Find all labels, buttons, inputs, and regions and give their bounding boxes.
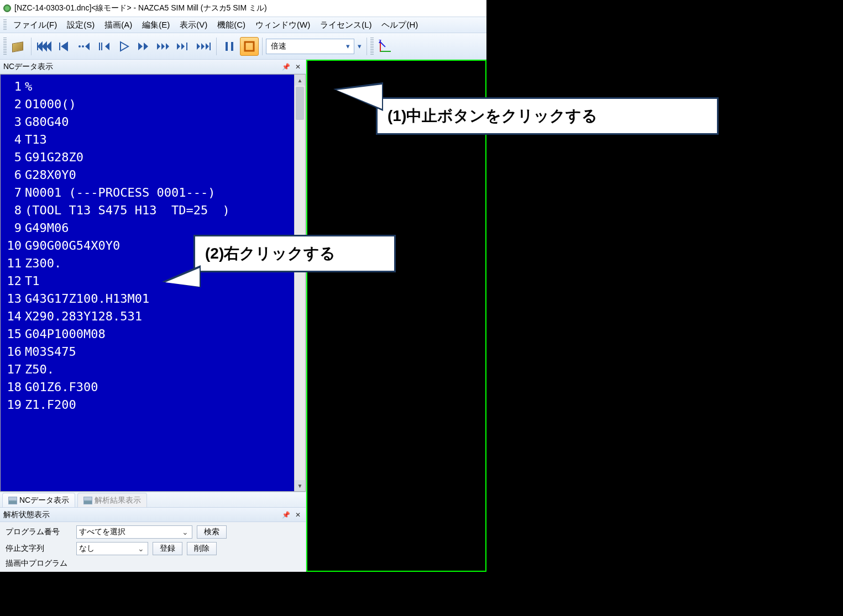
register-button[interactable]: 登録 xyxy=(153,542,182,555)
menubar: ファイル(F) 設定(S) 描画(A) 編集(E) 表示(V) 機能(C) ウィ… xyxy=(0,17,486,33)
line-number: 19 xyxy=(3,396,22,414)
menu-edit[interactable]: 編集(E) xyxy=(138,18,174,33)
pin-icon[interactable]: 📌 xyxy=(281,510,290,519)
delete-button[interactable]: 削除 xyxy=(187,542,217,555)
nc-code-line[interactable]: 4T13 xyxy=(25,131,302,149)
row-drawing-program: 描画中プログラム xyxy=(6,559,300,568)
rewind-all-button[interactable] xyxy=(35,37,54,56)
tab-ncview[interactable]: NCデータ表示 xyxy=(2,493,75,507)
separator xyxy=(216,38,217,55)
close-icon[interactable]: ✕ xyxy=(294,62,302,71)
program-number-select[interactable]: すべてを選択 ⌄ xyxy=(76,525,192,539)
menu-license[interactable]: ライセンス(L) xyxy=(316,18,376,33)
nc-code-line[interactable]: 18G01Z6.F300 xyxy=(25,378,302,396)
menu-help[interactable]: ヘルプ(H) xyxy=(377,18,422,33)
separator xyxy=(262,38,263,55)
menu-draw[interactable]: 描画(A) xyxy=(100,18,137,33)
line-text: Z1.F200 xyxy=(25,398,76,412)
stop-button[interactable] xyxy=(240,37,259,56)
axis-view-button[interactable]: z xyxy=(376,37,395,56)
scroll-down-button[interactable]: ▼ xyxy=(295,480,305,491)
line-number: 10 xyxy=(3,237,22,255)
fast-forward-button[interactable] xyxy=(134,37,153,56)
ff-bar-button[interactable] xyxy=(174,37,193,56)
nc-code-line[interactable]: 5G91G28Z0 xyxy=(25,149,302,166)
line-number: 15 xyxy=(3,325,22,343)
step-back-button[interactable] xyxy=(55,37,74,56)
line-number: 1 xyxy=(3,78,22,96)
svg-rect-2 xyxy=(245,42,254,51)
line-text: T1 xyxy=(25,274,40,288)
tab-analysisview[interactable]: 解析結果表示 xyxy=(77,493,147,507)
line-text: G90G00G54X0Y0 xyxy=(25,239,120,252)
toolbar-overflow-icon[interactable]: ▾ xyxy=(355,42,363,50)
row-program-number: プログラム番号 すべてを選択 ⌄ 検索 xyxy=(6,525,300,539)
line-number: 13 xyxy=(3,290,22,308)
line-number: 9 xyxy=(3,219,22,237)
line-number: 12 xyxy=(3,272,22,290)
dots-back-button[interactable] xyxy=(75,37,93,56)
program-number-value: すべてを選択 xyxy=(79,527,181,537)
chevron-down-icon: ▾ xyxy=(344,42,352,50)
nc-code-line[interactable]: 2O1000() xyxy=(25,96,302,113)
nc-code-line[interactable]: 6G28X0Y0 xyxy=(25,166,302,184)
fast-forward-3-button[interactable] xyxy=(154,37,173,56)
separator xyxy=(366,38,367,55)
toolbar-grip-icon[interactable] xyxy=(3,38,7,55)
toolbar-grip2-icon[interactable] xyxy=(370,38,374,55)
separator xyxy=(31,38,32,55)
nc-code-line[interactable]: 7N0001 (---PROCESS 0001---) xyxy=(25,184,302,202)
stop-string-label: 停止文字列 xyxy=(6,544,72,554)
window-title: [NZC-14-0303-01.dnc]<線モード> - NAZCA5 SIM … xyxy=(14,3,267,13)
nc-code-line[interactable]: 13G43G17Z100.H13M01 xyxy=(25,290,302,308)
tab-analysis-label: 解析結果表示 xyxy=(95,496,141,506)
close-icon[interactable]: ✕ xyxy=(294,510,302,519)
nc-code-line[interactable]: 15G04P1000M08 xyxy=(25,325,302,343)
row-stop-string: 停止文字列 なし ⌄ 登録 削除 xyxy=(6,542,300,555)
line-number: 2 xyxy=(3,96,22,113)
ff-end-button[interactable] xyxy=(194,37,213,56)
pin-icon[interactable]: 📌 xyxy=(281,62,290,71)
toolbar: 倍速 ▾ ▾ z xyxy=(0,33,486,60)
block-model-button[interactable] xyxy=(9,37,28,56)
block-icon xyxy=(11,40,25,52)
callout-2-text: (2)右クリックする xyxy=(205,245,336,262)
nc-code-line[interactable]: 1% xyxy=(25,78,302,96)
line-number: 5 xyxy=(3,149,22,166)
play-button[interactable] xyxy=(114,37,133,56)
nc-code-line[interactable]: 17Z50. xyxy=(25,361,302,378)
callout-2: (2)右クリックする xyxy=(193,235,396,272)
line-text: T13 xyxy=(25,133,47,146)
3d-viewport[interactable] xyxy=(306,60,486,572)
titlebar: [NZC-14-0303-01.dnc]<線モード> - NAZCA5 SIM … xyxy=(0,0,486,17)
line-number: 3 xyxy=(3,113,22,131)
menu-file[interactable]: ファイル(F) xyxy=(9,18,61,33)
menu-func[interactable]: 機能(C) xyxy=(213,18,250,33)
svg-point-0 xyxy=(78,45,81,48)
search-button[interactable]: 検索 xyxy=(197,525,227,539)
scrollbar-thumb[interactable] xyxy=(296,87,304,120)
nc-code-line[interactable]: 19Z1.F200 xyxy=(25,396,302,414)
line-text: Z300. xyxy=(25,256,61,270)
nc-code-area[interactable]: 1%2O1000()3G80G404T135G91G28Z06G28X0Y07N… xyxy=(0,74,306,492)
nc-code-line[interactable]: 14X290.283Y128.531 xyxy=(25,308,302,325)
menu-settings[interactable]: 設定(S) xyxy=(62,18,99,33)
nc-code-line[interactable]: 3G80G40 xyxy=(25,113,302,131)
menubar-grip-icon[interactable] xyxy=(3,19,7,30)
line-number: 6 xyxy=(3,166,22,184)
pause-button[interactable] xyxy=(220,37,239,56)
nc-code-line[interactable]: 8(TOOL T13 S475 H13 TD=25 ) xyxy=(25,202,302,219)
stop-string-select[interactable]: なし ⌄ xyxy=(76,542,148,555)
pause-back-button[interactable] xyxy=(95,37,113,56)
nc-code-line[interactable]: 16M03S475 xyxy=(25,343,302,361)
app-window: [NZC-14-0303-01.dnc]<線モード> - NAZCA5 SIM … xyxy=(0,0,486,572)
menu-view[interactable]: 表示(V) xyxy=(175,18,212,33)
tab-ncview-label: NCデータ表示 xyxy=(19,496,69,506)
speed-dropdown[interactable]: 倍速 ▾ xyxy=(266,39,354,54)
scroll-up-button[interactable]: ▲ xyxy=(295,75,305,86)
vertical-scrollbar[interactable]: ▲ ▼ xyxy=(294,75,305,491)
analysis-panel: 解析状態表示 📌 ✕ プログラム番号 すべてを選択 ⌄ 検索 停止文字列 xyxy=(0,507,306,572)
menu-window[interactable]: ウィンドウ(W) xyxy=(251,18,315,33)
table-icon xyxy=(83,497,92,504)
line-number: 18 xyxy=(3,378,22,396)
